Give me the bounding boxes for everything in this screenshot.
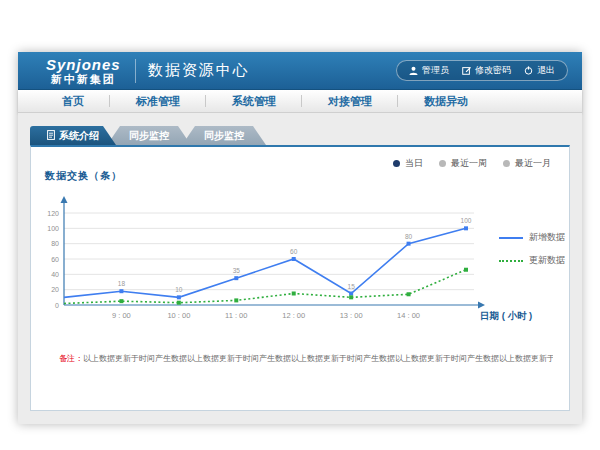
user-bar: 管理员 修改密码 退出 [396, 60, 568, 81]
brand-logo-subtext: 新中新集团 [46, 74, 121, 85]
svg-text:18: 18 [118, 280, 126, 287]
svg-text:14 : 00: 14 : 00 [397, 311, 420, 320]
svg-text:15: 15 [348, 283, 356, 290]
nav-item-interface-mgmt[interactable]: 对接管理 [302, 90, 398, 112]
svg-text:40: 40 [51, 271, 59, 278]
svg-text:120: 120 [47, 210, 59, 217]
main-nav: 首页 标准管理 系统管理 对接管理 数据异动 [18, 90, 582, 113]
brand-logo-text: Synjones [46, 57, 121, 72]
document-icon [47, 130, 55, 142]
header-divider [135, 59, 136, 83]
logout-button[interactable]: 退出 [524, 64, 555, 77]
user-icon [409, 66, 418, 75]
tab-label: 系统介绍 [59, 129, 99, 143]
time-range-filter: 当日 最近一周 最近一月 [393, 157, 551, 170]
legend-line-solid-blue [499, 237, 523, 239]
legend-label: 更新数据 [529, 254, 565, 267]
svg-text:60: 60 [290, 248, 298, 255]
footnote-text: 以上数据更新于时间产生数据以上数据更新于时间产生数据以上数据更新于时间产生数据以… [83, 354, 553, 363]
svg-text:11 : 00: 11 : 00 [225, 311, 247, 320]
logout-label: 退出 [537, 64, 555, 77]
admin-menu[interactable]: 管理员 [409, 64, 449, 77]
radio-last-month[interactable]: 最近一月 [503, 157, 551, 170]
svg-text:20: 20 [51, 286, 59, 293]
tab-system-intro[interactable]: 系统介绍 [30, 126, 116, 145]
legend-item-updated-data: 更新数据 [499, 254, 565, 267]
svg-text:80: 80 [51, 240, 59, 247]
y-axis-title: 数据交换（条） [45, 169, 122, 183]
tab-label: 同步监控 [204, 129, 244, 143]
nav-item-data-change[interactable]: 数据异动 [398, 90, 494, 112]
radio-dot [503, 160, 510, 167]
svg-text:80: 80 [405, 233, 413, 240]
svg-text:13 : 00: 13 : 00 [340, 311, 363, 320]
legend-label: 新增数据 [529, 231, 565, 244]
power-icon [524, 66, 533, 75]
line-chart-svg: 0204060801001209 : 0010 : 0011 : 0012 : … [34, 191, 579, 333]
nav-item-system-mgmt[interactable]: 系统管理 [206, 90, 302, 112]
change-password-button[interactable]: 修改密码 [462, 64, 511, 77]
radio-dot [439, 160, 446, 167]
radio-label: 当日 [405, 157, 423, 170]
edit-icon [462, 66, 471, 75]
page-title: 数据资源中心 [148, 61, 250, 80]
footnote-prefix: 备注： [59, 354, 83, 363]
tab-bar: 系统介绍 同步监控 同步监控 [30, 126, 266, 145]
svg-text:9 : 00: 9 : 00 [112, 311, 131, 320]
svg-text:10: 10 [175, 286, 183, 293]
radio-label: 最近一月 [515, 157, 551, 170]
tab-sync-monitor-1[interactable]: 同步监控 [107, 126, 191, 145]
tab-sync-monitor-2[interactable]: 同步监控 [182, 126, 266, 145]
svg-text:0: 0 [55, 302, 59, 309]
legend-item-new-data: 新增数据 [499, 231, 565, 244]
footnote: 备注：以上数据更新于时间产生数据以上数据更新于时间产生数据以上数据更新于时间产生… [59, 353, 553, 364]
app-header: Synjones 新中新集团 数据资源中心 管理员 修改密码 [18, 52, 582, 90]
content-area: 系统介绍 同步监控 同步监控 当日 最近一周 [18, 113, 582, 424]
chart-panel: 当日 最近一周 最近一月 数据交换（条） 0204060801001209 : … [30, 145, 570, 411]
change-password-label: 修改密码 [475, 64, 511, 77]
svg-text:100: 100 [461, 217, 472, 224]
legend-line-dotted-green [499, 260, 523, 262]
app-window: Synjones 新中新集团 数据资源中心 管理员 修改密码 [18, 52, 582, 424]
svg-text:60: 60 [51, 256, 59, 263]
svg-text:35: 35 [233, 267, 241, 274]
svg-text:10 : 00: 10 : 00 [167, 311, 190, 320]
svg-text:12 : 00: 12 : 00 [282, 311, 305, 320]
radio-dot [393, 160, 400, 167]
line-chart: 0204060801001209 : 0010 : 0011 : 0012 : … [34, 191, 579, 333]
admin-label: 管理员 [422, 64, 449, 77]
svg-text:100: 100 [47, 225, 59, 232]
nav-item-standard-mgmt[interactable]: 标准管理 [110, 90, 206, 112]
radio-last-week[interactable]: 最近一周 [439, 157, 487, 170]
brand-logo: Synjones 新中新集团 [46, 57, 121, 85]
radio-label: 最近一周 [451, 157, 487, 170]
nav-item-home[interactable]: 首页 [36, 90, 110, 112]
svg-text:日期 ( 小时 ): 日期 ( 小时 ) [480, 310, 532, 321]
chart-legend: 新增数据 更新数据 [499, 231, 565, 267]
tab-label: 同步监控 [129, 129, 169, 143]
radio-today[interactable]: 当日 [393, 157, 423, 170]
